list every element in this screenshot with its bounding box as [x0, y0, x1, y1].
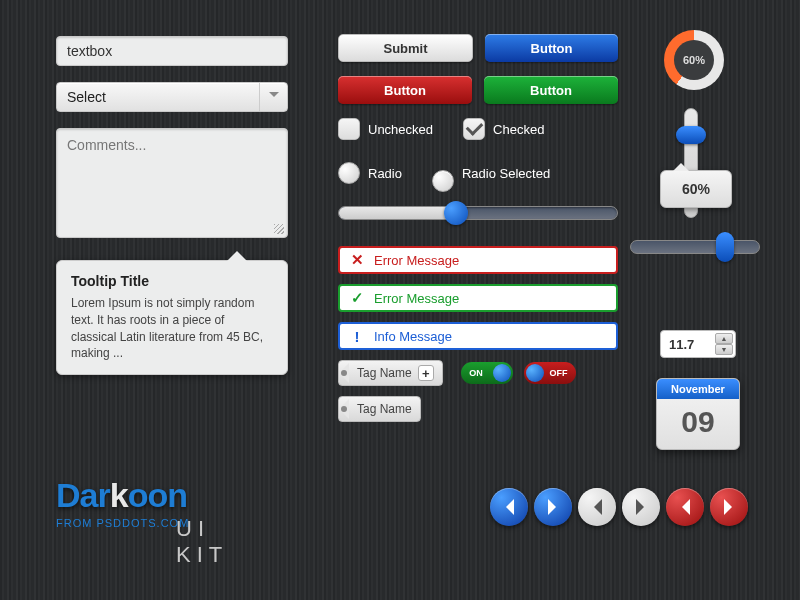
button-red[interactable]: Button: [338, 76, 472, 104]
arrow-right-icon: [724, 499, 740, 515]
button-blue[interactable]: Button: [485, 34, 618, 62]
radio-selected-icon: [432, 170, 454, 192]
checkmark-icon: [463, 118, 485, 140]
select-dropdown[interactable]: Select: [56, 82, 288, 112]
pager-next-blue[interactable]: [534, 488, 572, 526]
submit-button[interactable]: Submit: [338, 34, 473, 62]
radio-selected[interactable]: Radio Selected: [432, 154, 550, 192]
brand-name: Darkoon: [56, 476, 189, 515]
arrow-right-icon: [548, 499, 564, 515]
toggle-knob: [526, 364, 544, 382]
gauge-value: 60%: [674, 40, 714, 80]
stepper-up[interactable]: ▲: [715, 333, 733, 344]
pager-prev-red[interactable]: [666, 488, 704, 526]
textarea-placeholder: Comments...: [67, 137, 146, 153]
toggle-knob: [493, 364, 511, 382]
tag-hole-icon: [341, 406, 347, 412]
pager-next-grey[interactable]: [622, 488, 660, 526]
pager-prev-blue[interactable]: [490, 488, 528, 526]
tag-plain[interactable]: Tag Name: [338, 396, 421, 422]
info-message: !Info Message: [338, 322, 618, 350]
select-value: Select: [67, 89, 106, 105]
checkbox-checked[interactable]: Checked: [463, 118, 544, 140]
pager-buttons: [490, 488, 748, 526]
calendar-widget[interactable]: November 09: [656, 378, 740, 450]
number-stepper[interactable]: 11.7 ▲ ▼: [660, 330, 736, 358]
x-icon: ✕: [350, 251, 364, 269]
toggle-on[interactable]: ON: [461, 362, 513, 384]
radio-icon: [338, 162, 360, 184]
tooltip-title: Tooltip Title: [71, 273, 273, 289]
textbox-input[interactable]: [56, 36, 288, 66]
slider-track: [338, 206, 618, 220]
tag-add[interactable]: Tag Name+: [338, 360, 443, 386]
plus-icon[interactable]: +: [418, 365, 434, 381]
arrow-left-icon: [586, 499, 602, 515]
stepper-value: 11.7: [669, 337, 694, 352]
hslider-knob[interactable]: [716, 232, 734, 262]
success-message: ✓Error Message: [338, 284, 618, 312]
brand-from: FROM PSDDOTS.COM: [56, 517, 189, 529]
radio-unselected[interactable]: Radio: [338, 162, 402, 184]
check-icon: ✓: [350, 289, 364, 307]
stepper-down[interactable]: ▼: [715, 344, 733, 355]
arrow-left-icon: [674, 499, 690, 515]
tooltip-body: Lorem Ipsum is not simply random text. I…: [71, 295, 273, 362]
vslider-knob[interactable]: [676, 126, 706, 144]
checkbox-unchecked[interactable]: Unchecked: [338, 118, 433, 140]
tag-hole-icon: [341, 370, 347, 376]
arrow-left-icon: [498, 499, 514, 515]
pager-prev-grey[interactable]: [578, 488, 616, 526]
pager-next-red[interactable]: [710, 488, 748, 526]
slider-knob[interactable]: [444, 201, 468, 225]
progress-gauge: 60%: [664, 30, 724, 90]
brand-logo: Darkoon FROM PSDDOTS.COM UI KIT: [56, 476, 189, 529]
value-bubble: 60%: [660, 170, 732, 208]
checkbox-icon: [338, 118, 360, 140]
info-icon: !: [350, 328, 364, 345]
tooltip-card: Tooltip Title Lorem Ipsum is not simply …: [56, 260, 288, 375]
toggle-off[interactable]: OFF: [524, 362, 576, 384]
horizontal-slider-2[interactable]: [630, 240, 760, 256]
brand-kit: UI KIT: [176, 516, 228, 568]
error-message: ✕Error Message: [338, 246, 618, 274]
calendar-day: 09: [657, 399, 739, 449]
button-green[interactable]: Button: [484, 76, 618, 104]
horizontal-slider[interactable]: [338, 206, 618, 222]
hslider-track: [630, 240, 760, 254]
chevron-down-icon: [259, 83, 287, 111]
slider-fill: [339, 207, 456, 219]
calendar-month: November: [657, 379, 739, 399]
comments-textarea[interactable]: Comments...: [56, 128, 288, 238]
arrow-right-icon: [636, 499, 652, 515]
